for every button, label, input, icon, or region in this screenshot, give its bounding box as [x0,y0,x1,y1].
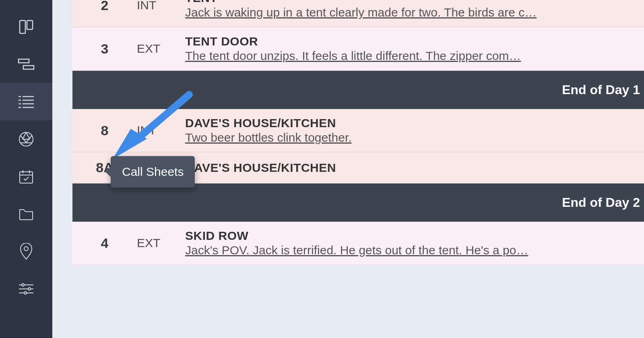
folder-icon [18,207,34,221]
strips-icon [18,58,35,70]
svg-point-25 [22,284,24,286]
scene-text: TENT DOORThe tent door unzips. It feels … [185,35,644,63]
scene-type: EXT [137,236,185,250]
svg-rect-19 [20,172,33,183]
scene-type: EXT [137,42,185,56]
daybreak-label: End of Day 1 [562,82,640,97]
sidebar-item-settings[interactable] [0,270,52,307]
scene-row[interactable]: 3EXTTENT DOORThe tent door unzips. It fe… [72,27,644,71]
svg-point-23 [24,247,28,251]
scene-description[interactable]: Two beer bottles clink together. [185,131,644,144]
scene-text: SKID ROWJack's POV. Jack is terrified. H… [185,229,644,257]
scene-title: TENT [185,0,644,5]
daybreak-bar: End of Day 2 [72,183,644,222]
aperture-icon [18,131,34,147]
calendar-check-icon [18,169,34,185]
svg-point-27 [28,288,31,290]
tooltip-call-sheets: Call Sheets [111,156,195,188]
sidebar [0,0,52,338]
sidebar-item-files[interactable] [0,195,52,233]
scene-description[interactable]: The tent door unzips. It feels a little … [185,49,644,63]
tooltip-label: Call Sheets [122,165,184,178]
scene-title: DAVE'S HOUSE/KITCHEN [185,116,644,130]
scene-number: 2 [72,0,137,13]
sidebar-item-list[interactable] [0,83,52,120]
scene-list: 2INTTENTJack is waking up in a tent clea… [72,0,644,265]
daybreak-bar: End of Day 1 [72,71,644,109]
list-icon [18,95,35,109]
scene-type: INT [137,0,185,12]
sidebar-item-call-sheets[interactable] [0,158,52,195]
sidebar-item-reports[interactable] [0,120,52,158]
svg-rect-1 [27,21,33,29]
scene-row[interactable]: 2INTTENTJack is waking up in a tent clea… [72,0,644,27]
scene-description[interactable]: Jack is waking up in a tent clearly made… [185,6,644,19]
svg-rect-3 [23,66,34,69]
sliders-icon [18,282,34,295]
sidebar-item-locations[interactable] [0,233,52,270]
pin-icon [20,243,33,260]
scene-text: DAVE'S HOUSE/KITCHENTwo beer bottles cli… [185,116,644,144]
scene-row[interactable]: 8INTDAVE'S HOUSE/KITCHENTwo beer bottles… [72,109,644,153]
scene-row[interactable]: 4EXTSKID ROWJack's POV. Jack is terrifie… [72,222,644,265]
daybreak-label: End of Day 2 [562,195,640,210]
scene-text: TENTJack is waking up in a tent clearly … [185,0,644,19]
scene-number: 3 [72,41,137,57]
scene-description[interactable]: Jack's POV. Jack is terrified. He gets o… [185,243,644,257]
scene-number: 4 [72,235,137,251]
scene-type: INT [137,124,185,137]
svg-rect-2 [19,59,29,63]
scene-number: 8 [72,123,137,138]
scene-text: DAVE'S HOUSE/KITCHEN [185,161,644,175]
svg-point-29 [24,292,27,294]
scene-title: DAVE'S HOUSE/KITCHEN [185,161,644,175]
svg-rect-0 [20,21,25,33]
boards-icon [18,19,35,35]
main-area: 2INTTENTJack is waking up in a tent clea… [52,0,644,338]
sidebar-item-strips[interactable] [0,45,52,83]
scene-title: TENT DOOR [185,35,644,48]
sidebar-item-boards[interactable] [0,8,52,45]
scene-title: SKID ROW [185,229,644,243]
